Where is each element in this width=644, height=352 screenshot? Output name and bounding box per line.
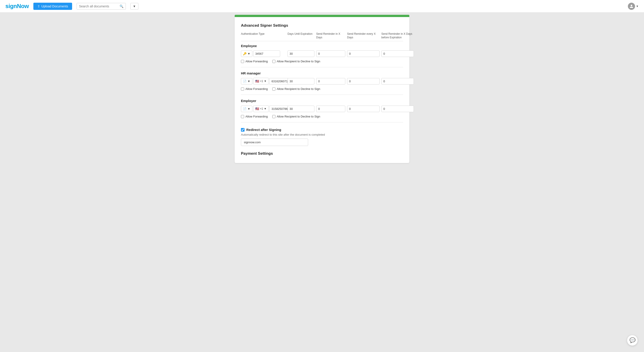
search-icon[interactable]: 🔍 — [120, 5, 124, 8]
header-dropdown-button[interactable]: ▼ — [130, 3, 138, 10]
signer-name-hr-manager: HR manager — [241, 71, 403, 75]
key-icon: 🔑 — [243, 52, 246, 55]
allow-decline-label-employee[interactable]: Allow Recipient to Decline to Sign — [272, 60, 320, 63]
redirect-label[interactable]: Redirect after Signing — [241, 128, 403, 132]
allow-forwarding-label-hr[interactable]: Allow Forwarding — [241, 87, 268, 91]
signer-section-employer: Employer 📄 ▼ 🇺🇸 +1 ▼ — [241, 99, 403, 122]
phone-auth-employer: 📄 ▼ 🇺🇸 +1 ▼ — [241, 105, 286, 112]
allow-decline-text-employee: Allow Recipient to Decline to Sign — [277, 60, 320, 63]
checkbox-row-employee: Allow Forwarding Allow Recipient to Decl… — [241, 60, 403, 63]
allow-forwarding-text-hr: Allow Forwarding — [246, 87, 268, 91]
country-code-employer: +1 — [260, 107, 263, 110]
days-expiry-input-hr[interactable] — [288, 78, 314, 85]
allow-forwarding-checkbox-employer[interactable] — [241, 115, 244, 118]
auth-value-input-employee[interactable] — [253, 50, 280, 57]
allow-forwarding-checkbox-hr[interactable] — [241, 87, 244, 91]
reminder-x-input-employer[interactable] — [316, 106, 345, 112]
allow-decline-checkbox-hr[interactable] — [272, 87, 276, 91]
avatar-caret: ▼ — [636, 5, 639, 8]
signer-row-employee: 🔑 ▼ — [241, 50, 403, 57]
country-select-employer[interactable]: 🇺🇸 +1 ▼ — [253, 105, 269, 112]
reminder-before-input-employee[interactable] — [381, 50, 414, 57]
section-title: Advanced Signer Settings — [241, 23, 403, 28]
reminder-every-input-employer[interactable] — [347, 106, 380, 112]
settings-card: Advanced Signer Settings Authentication … — [235, 17, 409, 163]
upload-icon: ⇧ — [38, 5, 40, 8]
col-reminder-every: Send Reminder every X Days — [347, 32, 380, 39]
allow-forwarding-text-employee: Allow Forwarding — [246, 60, 268, 63]
signer-row-employer: 📄 ▼ 🇺🇸 +1 ▼ — [241, 105, 403, 112]
search-bar: 🔍 — [76, 3, 126, 10]
signer-section-employee: Employee 🔑 ▼ — [241, 44, 403, 67]
phone-auth-hr-manager: 📄 ▼ 🇺🇸 +1 ▼ — [241, 78, 286, 85]
auth-dropdown-caret-employee: ▼ — [248, 52, 250, 55]
auth-dropdown-caret-employer: ▼ — [248, 107, 250, 111]
allow-decline-label-employer[interactable]: Allow Recipient to Decline to Sign — [272, 115, 320, 118]
country-select-hr-manager[interactable]: 🇺🇸 +1 ▼ — [253, 78, 269, 85]
app-header: signNow ⇧ Upload Documents 🔍 ▼ ▼ — [0, 0, 644, 13]
auth-dropdown-caret-hr: ▼ — [248, 80, 250, 83]
payment-title: Payment Settings — [241, 151, 403, 156]
checkbox-row-hr-manager: Allow Forwarding Allow Recipient to Decl… — [241, 87, 403, 91]
redirect-url-input[interactable] — [241, 138, 308, 146]
col-days-expiry: Days Until Expiration — [288, 32, 314, 39]
auth-type-button-employee[interactable]: 🔑 ▼ — [241, 50, 252, 57]
reminder-x-input-hr[interactable] — [316, 78, 345, 85]
signer-name-employee: Employee — [241, 44, 403, 48]
header-right: ▼ — [628, 3, 639, 10]
flag-icon-employer: 🇺🇸 — [255, 107, 259, 111]
signer-section-hr-manager: HR manager 📄 ▼ 🇺🇸 +1 ▼ — [241, 71, 403, 95]
signer-row-hr-manager: 📄 ▼ 🇺🇸 +1 ▼ — [241, 78, 403, 85]
allow-decline-text-employer: Allow Recipient to Decline to Sign — [277, 115, 320, 118]
auth-type-button-hr-manager[interactable]: 📄 ▼ — [241, 78, 252, 85]
upload-documents-button[interactable]: ⇧ Upload Documents — [33, 3, 72, 10]
auth-type-button-employer[interactable]: 📄 ▼ — [241, 106, 252, 112]
app-logo: signNow — [5, 3, 29, 10]
redirect-section: Redirect after Signing Automatically red… — [241, 128, 403, 146]
allow-decline-checkbox-employee[interactable] — [272, 60, 276, 63]
top-bar — [235, 15, 409, 17]
flag-icon-hr: 🇺🇸 — [255, 79, 259, 83]
allow-forwarding-label-employee[interactable]: Allow Forwarding — [241, 60, 268, 63]
col-reminder-before: Send Reminder in X Days before Expiratio… — [381, 32, 414, 39]
reminder-every-input-employee[interactable] — [347, 50, 380, 57]
payment-section: Payment Settings — [241, 151, 403, 156]
allow-forwarding-checkbox-employee[interactable] — [241, 60, 244, 63]
avatar — [628, 3, 635, 10]
auth-selector-employee: 🔑 ▼ — [241, 50, 286, 57]
country-code-hr: +1 — [260, 80, 263, 83]
signer-name-employer: Employer — [241, 99, 403, 103]
reminder-x-input-employee[interactable] — [316, 50, 345, 57]
phone-auth-icon-employer: 📄 — [243, 107, 246, 111]
chat-button[interactable]: 💬 — [627, 335, 638, 346]
allow-decline-label-hr[interactable]: Allow Recipient to Decline to Sign — [272, 87, 320, 91]
days-expiry-input-employer[interactable] — [288, 106, 314, 112]
reminder-before-input-hr[interactable] — [381, 78, 414, 85]
country-caret-hr: ▼ — [264, 80, 267, 83]
checkbox-row-employer: Allow Forwarding Allow Recipient to Decl… — [241, 115, 403, 118]
redirect-description: Automatically redirect to this site afte… — [241, 133, 403, 136]
allow-forwarding-label-employer[interactable]: Allow Forwarding — [241, 115, 268, 118]
content-area: Advanced Signer Settings Authentication … — [235, 15, 409, 163]
search-input[interactable] — [79, 5, 118, 8]
column-headers: Authentication Type Days Until Expiratio… — [241, 32, 403, 41]
days-expiry-input-employee[interactable] — [288, 50, 314, 57]
reminder-every-input-hr[interactable] — [347, 78, 380, 85]
col-auth-type: Authentication Type — [241, 32, 286, 39]
reminder-before-input-employer[interactable] — [381, 106, 414, 112]
redirect-checkbox[interactable] — [241, 128, 244, 132]
main-content: Advanced Signer Settings Authentication … — [0, 0, 644, 172]
allow-forwarding-text-employer: Allow Forwarding — [246, 115, 268, 118]
allow-decline-text-hr: Allow Recipient to Decline to Sign — [277, 87, 320, 91]
user-menu-button[interactable]: ▼ — [628, 3, 639, 10]
col-reminder-x: Send Reminder in X Days — [316, 32, 345, 39]
phone-auth-icon-hr: 📄 — [243, 80, 246, 83]
chat-icon: 💬 — [630, 337, 636, 343]
redirect-title: Redirect after Signing — [246, 128, 281, 132]
country-caret-employer: ▼ — [264, 107, 267, 110]
allow-decline-checkbox-employer[interactable] — [272, 115, 276, 118]
